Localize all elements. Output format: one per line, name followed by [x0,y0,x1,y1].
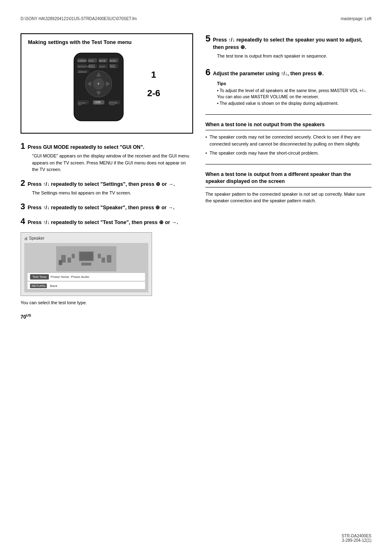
step-5-detail: The test tone is output from each speake… [205,53,371,60]
svg-text:MODE: MODE [90,66,95,68]
sub1-bullet-2: The speaker cords may have the short-cir… [205,150,371,157]
step-5-header: 5 Press ↑/↓ repeatedly to select the spe… [205,33,371,51]
step-5: 5 Press ↑/↓ repeatedly to select the spe… [205,33,371,60]
step-5-number: 5 [205,33,210,44]
footer-part: 3-289-204-12(1) [341,538,371,543]
tab-phase-audio: Phase Audio [71,275,89,279]
svg-text:EXIT: EXIT [78,104,82,106]
svg-text:+: + [97,81,100,87]
screen-back-label: Back [50,284,58,288]
step-2-heading: Press ↑/↓ repeatedly to select "Settings… [28,181,175,188]
subsection-1-list: The speaker cords may not be connected s… [205,134,371,157]
page: D:\SONY HA\3289204121\01US-STRDA2400ESUC… [0,0,392,555]
subsection-2-body: The speaker pattern to the connected spe… [205,191,371,204]
svg-rect-45 [59,260,62,265]
svg-rect-46 [72,254,75,258]
svg-rect-39 [80,252,93,261]
content-area: Making settings with the Test Tone menu … [21,33,371,320]
left-column: Making settings with the Test Tone menu … [21,33,193,320]
svg-rect-42 [107,255,111,262]
step-1-heading: Press GUI MODE repeatedly to select "GUI… [28,144,144,151]
step-1-detail: "GUI MODE" appears on the display window… [21,153,193,173]
svg-rect-47 [98,254,101,258]
step-1-header: 1 Press GUI MODE repeatedly to select "G… [21,142,193,151]
svg-rect-41 [67,257,71,262]
section-box: Making settings with the Test Tone menu … [21,33,193,134]
step-2-number: 2 [21,179,25,187]
tip-2: The adjusted value is shown on the displ… [217,100,371,107]
screen-header-label: 🖨 Speaker [24,236,148,240]
step-label-2-6: 2-6 [147,88,160,99]
step-1: 1 Press GUI MODE repeatedly to select "G… [21,142,193,173]
step-3-number: 3 [21,202,25,210]
step-6: 6 Adjust the parameter using ↑/↓, then p… [205,67,371,107]
tip-1: To adjust the level of all speakers at t… [217,88,371,101]
tab-test-tone: Test Tone [30,274,49,280]
step-6-heading: Adjust the parameter using ↑/↓, then pre… [213,70,323,78]
divider-2 [205,164,371,164]
tips-title: Tips [217,81,371,86]
remote-image: A.DIRECT A.F.D. MOVIE MUSIC RESOLUTION I… [62,51,152,126]
svg-text:+DISPLAY: +DISPLAY [78,71,86,73]
step-5-heading: Press ↑/↓ repeatedly to select the speak… [213,37,371,51]
step-4-number: 4 [21,217,25,225]
svg-text:MODE: MODE [110,66,116,68]
svg-rect-44 [81,263,91,266]
step-4-caption: You can select the test tone type. [21,300,193,305]
sub1-bullet-1: The speaker cords may not be connected s… [205,134,371,147]
step-label-1: 1 [151,69,156,80]
screen-image: 🖨 Speaker [21,232,152,296]
header-left: D:\SONY HA\3289204121\01US-STRDA2400ESUC… [21,16,137,21]
step-3: 3 Press ↑/↓ repeatedly to select "Speake… [21,202,193,212]
step-4-header: 4 Press ↑/↓ repeatedly to select "Test T… [21,217,193,227]
tips-section: Tips To adjust the level of all speakers… [205,81,371,107]
header-right: masterpage: Left [341,16,371,21]
subsection-2-title: When a test tone is output from a differ… [205,171,371,187]
step-6-header: 6 Adjust the parameter using ↑/↓, then p… [205,67,371,78]
svg-text:MUSIC: MUSIC [110,60,117,62]
svg-text:MOVIE: MOVIE [99,60,106,62]
section-title: Making settings with the Test Tone menu [28,39,186,46]
speaker-display-svg [37,246,136,271]
divider [205,114,371,115]
step-3-heading: Press ↑/↓ repeatedly to select "Speaker"… [28,204,175,212]
page-number: 70US [21,313,193,320]
step-4: 4 Press ↑/↓ repeatedly to select "Test T… [21,217,193,227]
footer-model: STR-DA2400ES [341,534,371,538]
svg-text:A.DIRECT: A.DIRECT [78,60,87,62]
step-2-header: 2 Press ↑/↓ repeatedly to select "Settin… [21,179,193,188]
tips-list: To adjust the level of all speakers at t… [217,88,371,107]
svg-text:RESOLUTION: RESOLUTION [78,66,90,68]
step-4-heading: Press ↑/↓ repeatedly to select "Test Ton… [28,219,178,227]
svg-text:A.F.D.: A.F.D. [88,60,94,62]
step-1-number: 1 [21,142,25,150]
step-6-number: 6 [205,67,210,78]
header-meta: D:\SONY HA\3289204121\01US-STRDA2400ESUC… [21,16,371,21]
svg-text:TOOLS: TOOLS [109,104,115,106]
step-3-header: 3 Press ↑/↓ repeatedly to select "Speake… [21,202,193,212]
svg-rect-43 [101,257,105,262]
subsection-1-title: When a test tone is not output from the … [205,121,371,131]
remote-svg: A.DIRECT A.F.D. MOVIE MUSIC RESOLUTION I… [62,51,136,125]
svg-text:SLEEP: SLEEP [99,66,105,68]
step-2: 2 Press ↑/↓ repeatedly to select "Settin… [21,179,193,197]
tab-phase-noise: Phase Noise [51,275,69,279]
subsection-2: When a test tone is output from a differ… [205,171,371,204]
right-column: 5 Press ↑/↓ repeatedly to select the spe… [205,33,371,320]
screen-body: Test Tone Phase Noise Phase Audio RETURN… [24,243,148,292]
svg-text:DEFAULT: DEFAULT [95,103,102,105]
subsection-1: When a test tone is not output from the … [205,121,371,157]
step-2-detail: The Settings menu list appears on the TV… [21,190,193,197]
footer-meta: STR-DA2400ES 3-289-204-12(1) [341,534,371,543]
